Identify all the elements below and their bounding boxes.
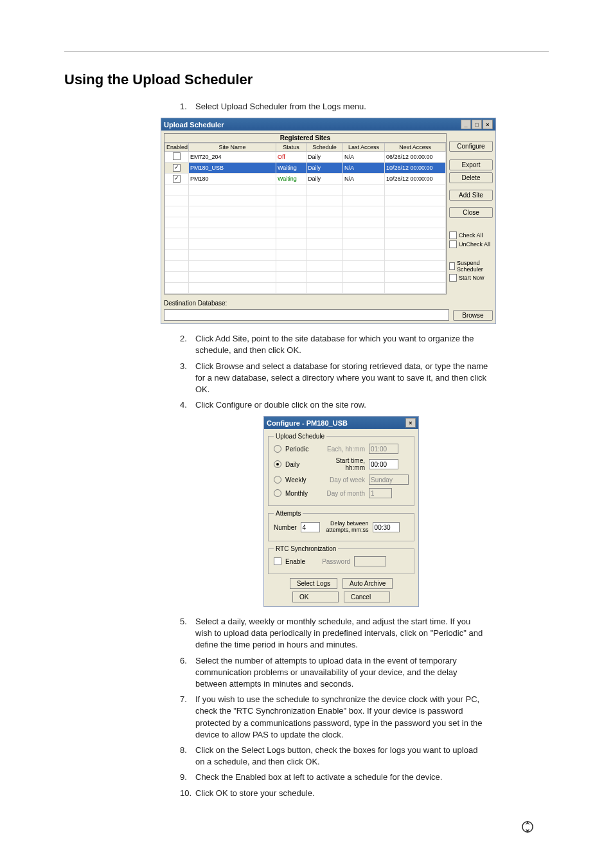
select-logs-button[interactable]: Select Logs: [290, 578, 337, 589]
grid-title: Registered Sites: [164, 134, 446, 143]
browse-button[interactable]: Browse: [453, 310, 493, 321]
sites-grid: Registered Sites Enabled Site Name Statu…: [164, 133, 447, 294]
add-site-button[interactable]: Add Site: [449, 190, 493, 201]
attempts-group: Attempts Number 4 Delay between attempts…: [268, 510, 414, 541]
step-9: Check the Enabled box at left to activat…: [195, 772, 488, 783]
auto-archive-button[interactable]: Auto Archive: [342, 578, 393, 589]
step-10: Click OK to store your schedule.: [195, 788, 488, 799]
step-7: If you wish to use the schedule to synch…: [195, 694, 488, 741]
step-2: Click Add Site, point to the site databa…: [195, 333, 488, 356]
col-status: Status: [276, 143, 306, 152]
daily-value[interactable]: 00:00: [369, 459, 398, 469]
step-4: Click Configure or double click on the s…: [195, 399, 488, 411]
page-title: Using the Upload Scheduler: [64, 71, 549, 88]
table-row[interactable]: PM180_USB Waiting Daily N/A 10/26/12 00:…: [165, 163, 446, 174]
configure-dialog: Configure - PM180_USB × Upload Schedule …: [263, 416, 419, 607]
upload-scheduler-window: Upload Scheduler _ □ × Registered Sites …: [161, 118, 496, 324]
check-all-checkbox[interactable]: Check All: [449, 231, 493, 239]
table-row[interactable]: PM180 Waiting Daily N/A 10/26/12 00:00:0…: [165, 174, 446, 185]
titlebar: Upload Scheduler _ □ ×: [161, 118, 495, 131]
step-1: Select Upload Scheduler from the Logs me…: [195, 101, 488, 113]
destination-label: Destination Database:: [164, 300, 227, 307]
table-row[interactable]: EM720_204 Off Daily N/A 06/26/12 00:00:0…: [165, 152, 446, 163]
close-button[interactable]: Close: [449, 207, 493, 218]
delete-button[interactable]: Delete: [449, 172, 493, 183]
titlebar: Configure - PM180_USB ×: [264, 417, 418, 429]
attempts-number[interactable]: 4: [301, 522, 320, 532]
rtc-password: [354, 556, 386, 566]
col-site: Site Name: [189, 143, 276, 152]
monthly-radio[interactable]: [274, 489, 281, 497]
col-enabled: Enabled: [165, 143, 189, 152]
weekly-radio[interactable]: [274, 476, 281, 484]
window-title: Upload Scheduler: [164, 121, 224, 129]
start-now-checkbox[interactable]: Start Now: [449, 274, 493, 282]
periodic-value: 01:00: [369, 444, 398, 454]
col-last: Last Access: [343, 143, 385, 152]
rtc-enable-checkbox[interactable]: [274, 557, 281, 565]
step-8: Click on the Select Logs button, check t…: [195, 745, 488, 768]
enable-checkbox[interactable]: [173, 175, 181, 183]
col-schedule: Schedule: [306, 143, 343, 152]
configure-button[interactable]: Configure: [449, 141, 493, 152]
monthly-value: 1: [369, 488, 392, 498]
uncheck-all-checkbox[interactable]: UnCheck All: [449, 240, 493, 248]
minimize-icon[interactable]: _: [461, 120, 471, 129]
dialog-title: Configure - PM180_USB: [267, 419, 348, 427]
export-button[interactable]: Export: [449, 159, 493, 170]
daily-radio[interactable]: [274, 460, 281, 468]
upload-schedule-group: Upload Schedule Periodic Each, hh:mm 01:…: [268, 433, 414, 506]
step-6: Select the number of attempts to upload …: [195, 655, 488, 691]
ok-button[interactable]: OK: [292, 592, 339, 602]
maximize-icon[interactable]: □: [472, 120, 482, 129]
attempts-delay[interactable]: 00:30: [373, 522, 400, 532]
close-icon[interactable]: ×: [405, 418, 416, 428]
enable-checkbox[interactable]: [173, 152, 181, 160]
close-icon[interactable]: ×: [483, 120, 493, 129]
rtc-group: RTC Synchronization Enable Password: [268, 545, 414, 574]
step-5: Select a daily, weekly or monthly schedu…: [195, 616, 488, 651]
enable-checkbox[interactable]: [173, 164, 181, 172]
logo-icon: [64, 818, 549, 835]
destination-input[interactable]: [164, 309, 449, 321]
suspend-checkbox[interactable]: Suspend Scheduler: [449, 260, 493, 273]
cancel-button[interactable]: Cancel: [344, 592, 390, 602]
weekly-value: Sunday: [369, 475, 409, 485]
periodic-radio[interactable]: [274, 445, 281, 453]
step-3: Click Browse and select a database for s…: [195, 361, 488, 396]
col-next: Next Access: [385, 143, 446, 152]
